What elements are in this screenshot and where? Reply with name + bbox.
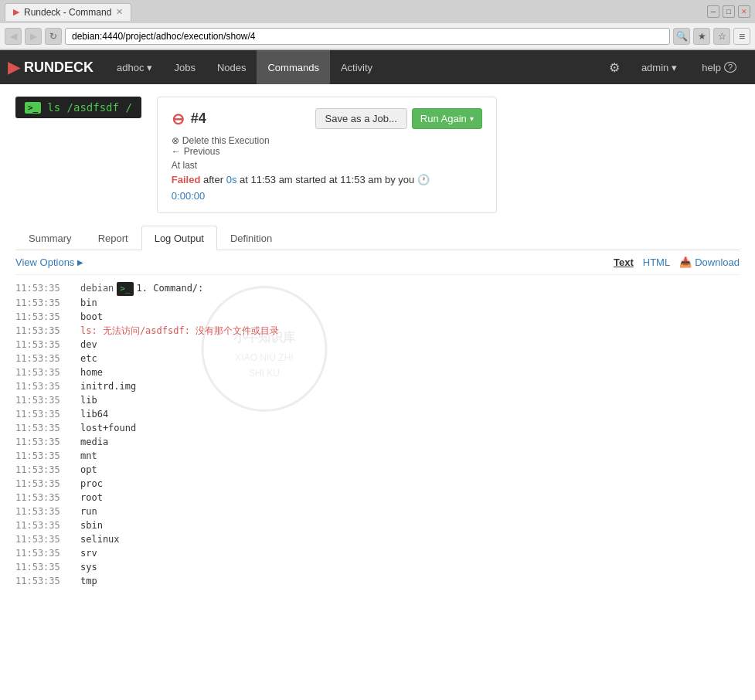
browser-chrome: ▶ Rundeck - Command ✕ ─ □ ✕ ◀ ▶ ↻ 🔍 ★ ☆ … bbox=[0, 0, 755, 50]
window-minimize-button[interactable]: ─ bbox=[707, 5, 719, 18]
log-time: 11:53:35 bbox=[15, 310, 77, 324]
status-line: Failed after 0s at 11:53 am started at 1… bbox=[172, 174, 482, 185]
log-time: 11:53:35 bbox=[15, 532, 77, 546]
tabs-bar: Summary Report Log Output Definition bbox=[15, 226, 740, 250]
table-row: 11:53:35 run bbox=[15, 505, 740, 518]
command-text: ls /asdfsdf / bbox=[47, 101, 132, 114]
navbar-brand[interactable]: ▶ RUNDECK bbox=[8, 58, 94, 76]
navbar-help-dropdown[interactable]: help ? bbox=[691, 50, 747, 84]
log-content: 11:53:35 debian >_ 1. Command /: 11:53:3… bbox=[15, 281, 740, 588]
status-header: ⊖ #4 Save as a Job... Run Again ▾ bbox=[172, 108, 482, 129]
table-row: 11:53:35 opt bbox=[15, 463, 740, 477]
run-again-label: Run Again bbox=[420, 113, 467, 124]
navbar-item-activity[interactable]: Activity bbox=[330, 50, 383, 84]
log-time: 11:53:35 bbox=[15, 296, 77, 310]
table-row: 11:53:35 sbin bbox=[15, 518, 740, 532]
table-row: 11:53:35 ls: 无法访问/asdfsdf: 没有那个文件或目录 bbox=[15, 324, 740, 338]
navbar-item-nodes[interactable]: Nodes bbox=[206, 50, 257, 84]
started-text: started at bbox=[295, 174, 340, 185]
at-text: at bbox=[240, 174, 250, 185]
duration-link[interactable]: 0s bbox=[226, 174, 237, 185]
delete-execution-link[interactable]: ⊗ Delete this Execution bbox=[172, 135, 482, 146]
tab-definition[interactable]: Definition bbox=[217, 226, 285, 250]
log-step-icon: >_ bbox=[117, 282, 133, 296]
view-options-arrow: ▶ bbox=[77, 258, 83, 267]
navbar-item-adhoc[interactable]: adhoc ▾ bbox=[106, 50, 163, 84]
save-as-job-label: Save as a Job... bbox=[325, 113, 397, 124]
log-text: opt bbox=[80, 463, 97, 477]
tab-summary[interactable]: Summary bbox=[15, 226, 85, 250]
browser-titlebar: ▶ Rundeck - Command ✕ ─ □ ✕ bbox=[0, 0, 755, 23]
log-actions: Text HTML 📥 Download bbox=[614, 257, 740, 268]
log-time: 11:53:35 bbox=[15, 352, 77, 365]
table-row: 11:53:35 root bbox=[15, 491, 740, 505]
browser-back-button[interactable]: ◀ bbox=[5, 28, 22, 45]
log-time: 11:53:35 bbox=[15, 477, 77, 491]
table-row: 11:53:35 tmp bbox=[15, 574, 740, 588]
log-time: 11:53:35 bbox=[15, 379, 77, 393]
log-text: dev bbox=[80, 338, 97, 352]
log-download-link[interactable]: 📥 Download bbox=[679, 257, 740, 268]
execution-status-card: ⊖ #4 Save as a Job... Run Again ▾ bbox=[157, 97, 497, 213]
after-text: after bbox=[203, 174, 226, 185]
navbar-admin-dropdown[interactable]: admin ▾ bbox=[631, 50, 688, 84]
view-options-toggle[interactable]: View Options ▶ bbox=[15, 257, 83, 268]
delete-circle-icon: ⊗ bbox=[172, 135, 179, 146]
failed-text: Failed bbox=[172, 174, 201, 185]
log-text: selinux bbox=[80, 532, 120, 546]
save-as-job-button[interactable]: Save as a Job... bbox=[315, 108, 407, 129]
run-again-button[interactable]: Run Again ▾ bbox=[412, 108, 482, 129]
log-text: sys bbox=[80, 560, 97, 574]
browser-bookmarks-button[interactable]: ★ bbox=[693, 28, 710, 45]
navbar-item-jobs[interactable]: Jobs bbox=[163, 50, 206, 84]
download-icon: 📥 bbox=[679, 257, 692, 268]
log-time: 11:53:35 bbox=[15, 560, 77, 574]
browser-bookmark-add-button[interactable]: ☆ bbox=[713, 28, 730, 45]
log-text: lost+found bbox=[80, 421, 136, 435]
browser-refresh-button[interactable]: ↻ bbox=[45, 28, 62, 45]
browser-favicon: ▶ bbox=[13, 7, 19, 17]
log-text-link[interactable]: Text bbox=[614, 257, 634, 268]
tab-report[interactable]: Report bbox=[85, 226, 141, 250]
duration-text: 0:00:00 bbox=[172, 190, 205, 202]
log-row-header: 11:53:35 debian >_ 1. Command /: bbox=[15, 281, 740, 296]
log-text: bin bbox=[80, 296, 97, 310]
started-time: 11:53 am bbox=[340, 174, 382, 185]
log-time: 11:53:35 bbox=[15, 393, 77, 407]
log-time: 11:53:35 bbox=[15, 421, 77, 435]
log-text: home bbox=[80, 365, 103, 379]
window-maximize-button[interactable]: □ bbox=[723, 5, 735, 18]
window-close-button[interactable]: ✕ bbox=[738, 5, 750, 18]
status-at-last: At last bbox=[172, 160, 482, 171]
log-text: sbin bbox=[80, 518, 103, 532]
navbar-item-commands[interactable]: Commands bbox=[257, 50, 329, 84]
page-content: >_ ls /asdfsdf / ⊖ #4 Save as a Job... R… bbox=[0, 84, 755, 600]
table-row: 11:53:35 etc bbox=[15, 352, 740, 365]
log-text: boot bbox=[80, 310, 103, 324]
navbar: ▶ RUNDECK adhoc ▾ Jobs Nodes Commands Ac… bbox=[0, 50, 755, 84]
view-options-label: View Options bbox=[15, 257, 74, 268]
clock-icon: 🕐 bbox=[417, 174, 430, 185]
browser-toolbar: ◀ ▶ ↻ 🔍 ★ ☆ ≡ bbox=[0, 23, 755, 49]
log-html-link[interactable]: HTML bbox=[643, 257, 670, 268]
table-row: 11:53:35 home bbox=[15, 365, 740, 379]
browser-address-bar[interactable] bbox=[65, 28, 670, 45]
navbar-gear-button[interactable]: ⚙ bbox=[601, 50, 627, 84]
table-row: 11:53:35 lib bbox=[15, 393, 740, 407]
rundeck-app: ▶ RUNDECK adhoc ▾ Jobs Nodes Commands Ac… bbox=[0, 50, 755, 700]
browser-menu-button[interactable]: ≡ bbox=[733, 28, 750, 45]
browser-tab[interactable]: ▶ Rundeck - Command ✕ bbox=[5, 3, 131, 21]
browser-forward-button[interactable]: ▶ bbox=[25, 28, 42, 45]
tab-log-output[interactable]: Log Output bbox=[141, 226, 217, 250]
browser-tab-close[interactable]: ✕ bbox=[116, 7, 123, 17]
browser-search-button[interactable]: 🔍 bbox=[673, 28, 690, 45]
log-time: 11:53:35 bbox=[15, 546, 77, 560]
status-previous: ← Previous bbox=[172, 146, 482, 157]
log-text: run bbox=[80, 505, 97, 518]
run-again-arrow: ▾ bbox=[470, 114, 474, 123]
at-last-text: At last bbox=[172, 160, 197, 171]
log-time: 11:53:35 bbox=[15, 463, 77, 477]
command-header: >_ ls /asdfsdf / ⊖ #4 Save as a Job... R… bbox=[15, 97, 740, 213]
download-label: Download bbox=[695, 257, 740, 268]
log-output-panel: View Options ▶ Text HTML 📥 Download 11:5… bbox=[15, 250, 740, 588]
